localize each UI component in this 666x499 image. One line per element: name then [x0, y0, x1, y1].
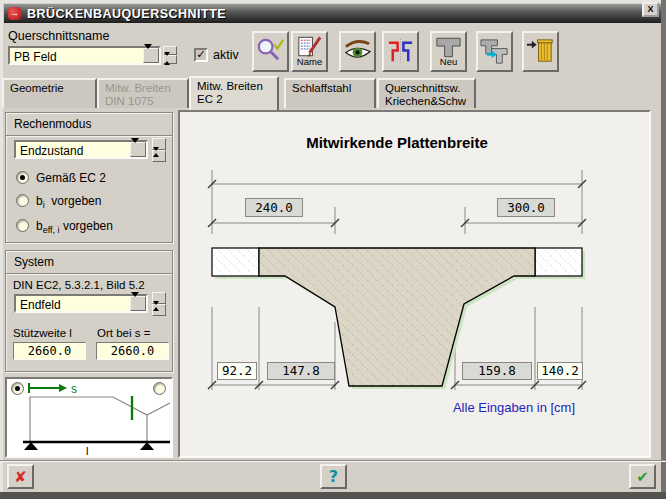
rechenmodus-value: Endzustand [20, 144, 83, 158]
radio-beffi-vorgeben-label: beff, i vorgeben [36, 219, 113, 235]
dim-92-box[interactable]: 92.2 [217, 362, 257, 380]
new-section-button[interactable]: Neu [430, 31, 467, 72]
section-new-icon [433, 36, 464, 58]
window-edge [0, 492, 666, 499]
search-check-icon [255, 36, 286, 67]
dim-159-box: 159.8 [462, 362, 532, 380]
aktiv-checkbox[interactable]: ✓ [194, 48, 208, 62]
dim-147-box: 147.8 [267, 362, 335, 380]
radio-gemaess-ec2-label: Gemäß EC 2 [36, 171, 106, 185]
s-axis-label: s [71, 382, 77, 396]
section-spinner [163, 46, 177, 65]
close-button[interactable]: X [642, 2, 659, 17]
help-button[interactable]: ? [320, 464, 347, 489]
system-position-spinner [152, 292, 166, 316]
section-name-label: Querschnittsname [8, 29, 109, 43]
section-name-select[interactable]: PB Feld [8, 46, 161, 65]
radio-gemaess-ec2[interactable] [16, 171, 29, 184]
eye-icon [342, 36, 373, 67]
spin-down-icon[interactable] [152, 304, 166, 316]
system-position-select[interactable]: Endfeld [14, 294, 148, 313]
cancel-button[interactable]: ✘ [7, 464, 34, 489]
search-button[interactable] [252, 31, 289, 72]
radio-bi-vorgeben-label: bi vorgeben [36, 194, 101, 210]
tab-querschnittswerte[interactable]: Querschnittsw. Kriechen&Schw [377, 78, 476, 108]
system-group: System DIN EC2, 5.3.2.1, Bild 5.2 Endfel… [5, 250, 173, 372]
tab-schlaffstahl[interactable]: Schlaffstahl [284, 78, 376, 108]
new-section-caption: Neu [440, 57, 457, 67]
section-name-value: PB Feld [14, 50, 57, 64]
cancel-x-icon: ✘ [14, 468, 27, 486]
rechenmodus-title: Rechenmodus [14, 117, 91, 131]
drawing-panel: Mitwirkende Plattenbreite [178, 110, 651, 458]
tab-mitw-breiten-din1075: Mitw. Breiten DIN 1075 [97, 78, 189, 108]
rename-caption: Name [297, 57, 322, 67]
rechenmodus-spinner [152, 138, 166, 162]
span-length-label: l [86, 445, 88, 456]
ort-label: Ort bei s = [97, 327, 150, 339]
units-note: Alle Eingaben in [cm] [434, 400, 594, 415]
chevron-down-icon[interactable] [130, 296, 146, 311]
tab-geometrie[interactable]: Geometrie [2, 78, 97, 108]
dim-300-box: 300.0 [497, 198, 555, 217]
app-icon: → [8, 7, 21, 20]
spin-down-icon[interactable] [152, 150, 166, 162]
chevron-down-icon[interactable] [143, 48, 159, 63]
view-button[interactable] [339, 31, 376, 72]
window-edge [0, 0, 666, 3]
titlebar: → BRÜCKENBAUQUERSCHNITTE [4, 4, 661, 23]
system-position-value: Endfeld [20, 298, 61, 312]
bridge-cross-section-dialog: → BRÜCKENBAUQUERSCHNITTE X Querschnittsn… [0, 0, 666, 499]
dim-140-box[interactable]: 140.2 [537, 362, 583, 380]
radio-beffi-vorgeben[interactable] [16, 219, 29, 232]
ok-check-icon: ✔ [636, 468, 649, 486]
beam-sketch: s l [7, 379, 171, 456]
copy-section-button[interactable] [476, 31, 513, 72]
ok-button[interactable]: ✔ [629, 464, 656, 489]
ort-input[interactable]: 2660.0 [96, 342, 169, 360]
divider [6, 135, 172, 136]
compare-sections-button[interactable] [382, 31, 419, 72]
delete-section-button[interactable] [522, 31, 559, 72]
divider [6, 273, 172, 274]
rename-icon [294, 36, 325, 58]
chevron-down-icon[interactable] [130, 142, 146, 157]
help-question-icon: ? [329, 467, 338, 486]
delete-trash-icon [525, 36, 556, 67]
flange-strip-left [212, 248, 259, 276]
flange-strip-right [535, 248, 582, 276]
stuetzweite-label: Stützweite l [13, 327, 72, 339]
system-title: System [14, 255, 54, 269]
radio-bi-vorgeben[interactable] [16, 194, 29, 207]
tab-mitw-breiten-ec2[interactable]: Mitw. Breiten EC 2 [189, 76, 279, 110]
rechenmodus-select[interactable]: Endzustand [14, 140, 148, 159]
rechenmodus-group: Rechenmodus Endzustand Gemäß EC 2 bi vor… [5, 112, 173, 243]
stuetzweite-input[interactable]: 2660.0 [13, 342, 86, 360]
rename-button[interactable]: Name [291, 31, 328, 72]
window-edge [0, 0, 3, 499]
norm-reference: DIN EC2, 5.3.2.1, Bild 5.2 [13, 279, 145, 291]
window-title: BRÜCKENBAUQUERSCHNITTE [27, 7, 226, 21]
dim-240-box: 240.0 [245, 198, 303, 217]
aktiv-label: aktiv [213, 48, 239, 62]
section-copy-icon [479, 36, 510, 67]
section-compare-icon [385, 36, 416, 67]
window-edge [661, 0, 666, 499]
beam-position-diagram: s l [5, 377, 173, 458]
divider [0, 461, 666, 462]
spin-down-icon[interactable] [163, 55, 177, 64]
